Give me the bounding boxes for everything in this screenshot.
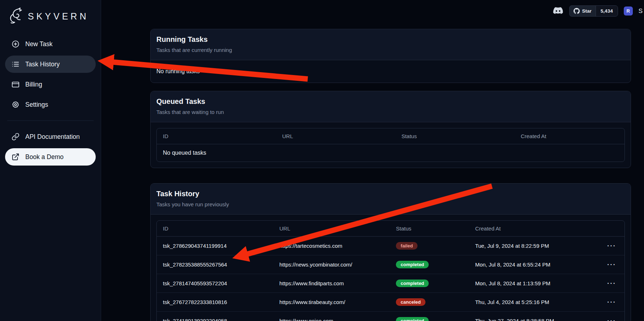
github-icon (574, 8, 580, 14)
status-badge: canceled (396, 298, 425, 306)
queued-tasks-header: Queued Tasks Tasks that are waiting to r… (151, 91, 631, 122)
task-history-card: Task History Tasks you have run previous… (150, 183, 631, 321)
task-created-cell: Tue, Jul 9, 2024 at 8:22:59 PM (469, 237, 599, 255)
column-header-created-at: Created At (515, 128, 624, 144)
task-id-cell: tsk_274180139292204058 (157, 312, 273, 321)
row-actions-button[interactable]: ··· (605, 280, 618, 287)
task-row[interactable]: tsk_278147405593572204 https://www.findi… (157, 274, 624, 293)
empty-row: No queued tasks (157, 144, 624, 162)
external-link-icon (12, 153, 20, 161)
sidebar-item-label: API Documentation (25, 133, 80, 141)
queued-tasks-empty-state: No queued tasks (157, 144, 624, 162)
link-icon (12, 133, 20, 141)
sidebar-item-api-documentation[interactable]: API Documentation (5, 128, 96, 145)
task-created-cell: Thu, Jun 27, 2024 at 8:38:58 PM (469, 312, 599, 321)
card-subtitle: Tasks that are waiting to run (156, 109, 625, 115)
running-tasks-header: Running Tasks Tasks that are currently r… (151, 29, 631, 60)
task-history-table: ID URL Status Created At tsk_27862904374… (157, 221, 624, 321)
card-title: Task History (156, 190, 625, 198)
row-actions-button[interactable]: ··· (605, 298, 618, 306)
row-actions-button[interactable]: ··· (605, 261, 618, 268)
plus-circle-icon (12, 40, 20, 48)
column-header-id: ID (157, 221, 273, 237)
task-url-cell: https://www.finditparts.com (273, 274, 390, 293)
topbar: Star 5,434 R S (553, 5, 643, 17)
task-url-cell: https://tartecosmetics.com (273, 237, 390, 255)
task-created-cell: Mon, Jul 8, 2024 at 6:55:24 PM (469, 255, 599, 274)
discord-button[interactable] (553, 7, 563, 15)
github-star-count: 5,434 (596, 6, 618, 16)
task-id-cell: tsk_278235388555267564 (157, 255, 273, 274)
sidebar-item-settings[interactable]: Settings (5, 96, 96, 113)
row-actions-button[interactable]: ··· (605, 317, 618, 321)
column-header-actions (599, 221, 624, 237)
status-badge: completed (396, 261, 429, 268)
sidebar: SKYVERN New Task Task History Billing Se… (0, 0, 101, 321)
sidebar-item-task-history[interactable]: Task History (5, 56, 96, 73)
task-created-cell: Mon, Jul 8, 2024 at 1:13:59 PM (469, 274, 599, 293)
column-header-status: Status (395, 128, 514, 144)
sidebar-item-label: Task History (25, 61, 60, 68)
task-url-cell: https://www.tirabeauty.com/ (273, 293, 390, 312)
card-subtitle: Tasks that are currently running (156, 47, 625, 53)
task-id-cell: tsk_278147405593572204 (157, 274, 273, 293)
row-actions-button[interactable]: ··· (605, 242, 618, 250)
task-row[interactable]: tsk_274180139292204058 https://www.geico… (157, 312, 624, 321)
brand-logo[interactable]: SKYVERN (5, 6, 96, 27)
sidebar-item-billing[interactable]: Billing (5, 76, 96, 93)
queued-tasks-table: ID URL Status Created At No queued tasks (157, 128, 624, 162)
running-tasks-empty-state: No running tasks (151, 60, 631, 83)
task-id-cell: tsk_276727822333810816 (157, 293, 273, 312)
sidebar-secondary-nav: API Documentation Book a Demo (5, 128, 96, 166)
github-star-label: Star (582, 8, 592, 14)
task-row[interactable]: tsk_278629043741199914 https://tartecosm… (157, 237, 624, 255)
column-header-url: URL (276, 128, 395, 144)
gear-icon (12, 101, 20, 109)
credit-card-icon (12, 80, 20, 88)
main-content: Running Tasks Tasks that are currently r… (101, 0, 644, 321)
queued-tasks-card: Queued Tasks Tasks that are waiting to r… (150, 91, 631, 168)
queued-tasks-table-wrap: ID URL Status Created At No queued tasks (151, 122, 631, 168)
github-star-widget[interactable]: Star 5,434 (569, 5, 618, 17)
status-badge: completed (396, 317, 429, 321)
task-id-cell: tsk_278629043741199914 (157, 237, 273, 255)
avatar[interactable]: R (624, 6, 633, 16)
brand-name: SKYVERN (28, 11, 88, 22)
column-header-id: ID (157, 128, 276, 144)
card-title: Queued Tasks (156, 97, 625, 106)
sidebar-item-new-task[interactable]: New Task (5, 35, 96, 53)
sidebar-item-book-a-demo[interactable]: Book a Demo (5, 148, 96, 166)
table-header-row: ID URL Status Created At (157, 128, 624, 144)
sidebar-item-label: Settings (25, 101, 48, 109)
user-label: S (639, 8, 643, 15)
sidebar-nav: New Task Task History Billing Settings (5, 35, 96, 113)
task-history-header: Task History Tasks you have run previous… (151, 184, 631, 215)
task-url-cell: https://www.geico.com (273, 312, 390, 321)
column-header-url: URL (273, 221, 390, 237)
table-header-row: ID URL Status Created At (157, 221, 624, 237)
task-url-cell: https://news.ycombinator.com/ (273, 255, 390, 274)
running-tasks-card: Running Tasks Tasks that are currently r… (150, 29, 631, 83)
task-created-cell: Thu, Jul 4, 2024 at 5:25:16 PM (469, 293, 599, 312)
card-title: Running Tasks (156, 35, 625, 44)
sidebar-item-label: New Task (25, 40, 53, 48)
status-badge: failed (396, 242, 418, 250)
sidebar-divider (7, 120, 94, 121)
skyvern-logo-icon (8, 7, 25, 25)
avatar-initial: R (626, 8, 630, 14)
task-history-table-wrap: ID URL Status Created At tsk_27862904374… (151, 215, 631, 321)
list-icon (12, 60, 20, 68)
task-row[interactable]: tsk_276727822333810816 https://www.tirab… (157, 293, 624, 312)
status-badge: completed (396, 280, 429, 287)
task-row[interactable]: tsk_278235388555267564 https://news.ycom… (157, 255, 624, 274)
column-header-status: Status (390, 221, 469, 237)
card-subtitle: Tasks you have run previously (156, 201, 625, 207)
sidebar-item-label: Billing (25, 81, 42, 88)
sidebar-item-label: Book a Demo (25, 153, 64, 161)
column-header-created-at: Created At (469, 221, 599, 237)
discord-icon (553, 7, 563, 15)
